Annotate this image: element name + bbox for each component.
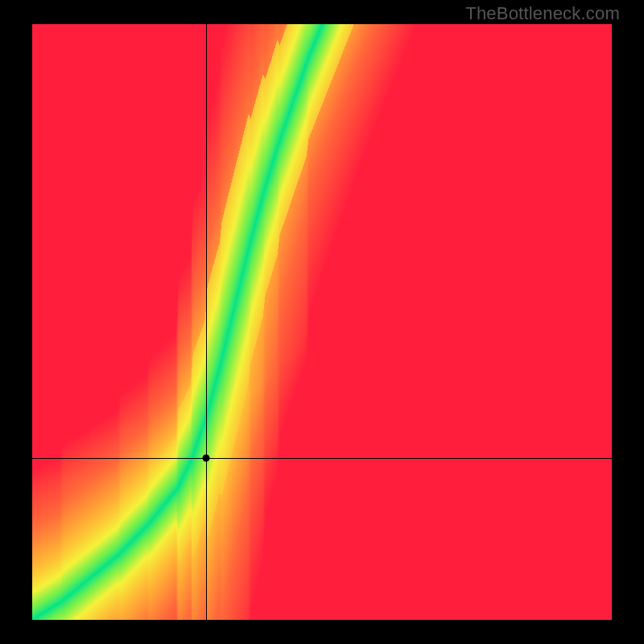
watermark-text: TheBottleneck.com	[465, 3, 620, 24]
heatmap-canvas	[32, 24, 612, 620]
chart-frame: TheBottleneck.com	[0, 0, 644, 644]
crosshair-vertical	[206, 24, 207, 620]
plot-area	[32, 24, 612, 620]
data-marker	[202, 455, 209, 462]
crosshair-horizontal	[32, 458, 612, 459]
